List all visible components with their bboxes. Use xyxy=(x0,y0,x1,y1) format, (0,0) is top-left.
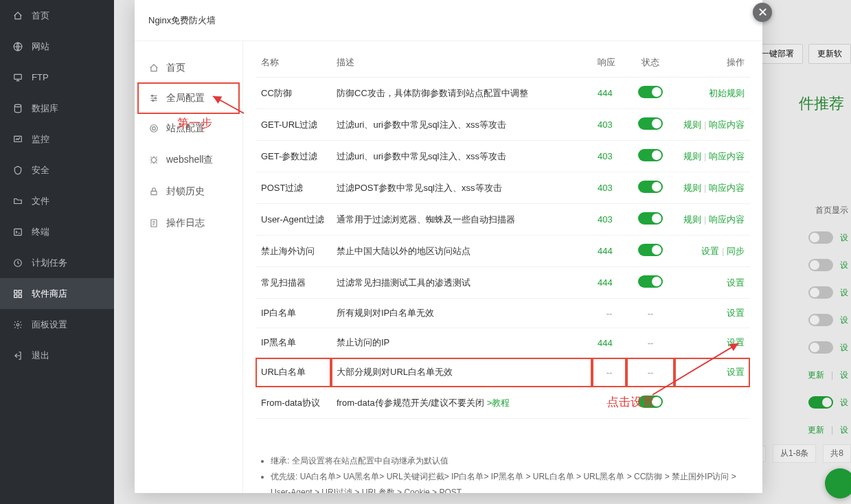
nav-label: 文件 xyxy=(32,195,49,207)
rule-ops[interactable]: 规则 | 响应内容 xyxy=(674,172,750,204)
nav-home[interactable]: 首页 xyxy=(0,0,114,31)
monitor-icon xyxy=(12,134,23,145)
nav-appstore[interactable]: 软件商店 xyxy=(0,278,114,309)
rule-ops[interactable]: 规则 | 响应内容 xyxy=(674,204,750,236)
nav-ftp[interactable]: FTP xyxy=(0,62,114,93)
rule-state xyxy=(626,172,674,204)
nav-terminal[interactable]: 终端 xyxy=(0,216,114,247)
note-inherit: 继承: 全局设置将在站点配置中自动继承为默认值 xyxy=(271,453,750,469)
rule-desc: 禁止访问的IP xyxy=(331,328,592,358)
rule-ops[interactable]: 设置 xyxy=(674,299,750,328)
mside-label: 站点配置 xyxy=(166,122,205,135)
rule-toggle[interactable] xyxy=(638,117,663,130)
rule-state xyxy=(626,236,674,267)
rule-ops[interactable] xyxy=(674,387,750,419)
rule-name: 禁止海外访问 xyxy=(256,236,331,267)
op-link[interactable]: 设置 xyxy=(727,337,745,347)
mside-webshell[interactable]: webshell查 xyxy=(135,144,242,176)
op-link[interactable]: 响应内容 xyxy=(709,151,745,161)
op-link[interactable]: 规则 xyxy=(683,183,701,193)
rule-toggle[interactable] xyxy=(638,181,663,193)
rule-row: 常见扫描器过滤常见扫描测试工具的渗透测试444设置 xyxy=(256,267,750,299)
rule-ops[interactable]: 设置 | 同步 xyxy=(674,236,750,267)
op-link[interactable]: 规则 xyxy=(683,214,701,225)
nav-label: 软件商店 xyxy=(32,288,67,300)
shield-icon xyxy=(12,165,23,176)
rule-name: CC防御 xyxy=(256,78,331,109)
op-link[interactable]: 规则 xyxy=(683,151,701,161)
database-icon xyxy=(12,103,23,114)
nav-files[interactable]: 文件 xyxy=(0,185,114,216)
rule-toggle[interactable] xyxy=(638,86,663,98)
target-icon xyxy=(148,123,159,134)
rule-row: IP黑名单禁止访问的IP444--设置 xyxy=(256,328,750,358)
nav-monitor[interactable]: 监控 xyxy=(0,124,114,154)
op-link[interactable]: 响应内容 xyxy=(709,214,745,225)
op-link[interactable]: 响应内容 xyxy=(709,183,745,193)
mside-label: 封锁历史 xyxy=(166,185,205,198)
rule-toggle[interactable] xyxy=(638,212,663,225)
rule-desc: 通常用于过滤浏览器、蜘蛛及一些自动扫描器 xyxy=(331,204,592,236)
rule-resp: -- xyxy=(592,358,626,387)
nav-logout[interactable]: 退出 xyxy=(0,340,114,371)
close-icon: ✕ xyxy=(758,5,768,20)
svg-rect-8 xyxy=(14,295,17,297)
rule-ops[interactable]: 设置 xyxy=(674,358,750,387)
mside-blocklog[interactable]: 封锁历史 xyxy=(135,176,242,207)
rule-toggle[interactable] xyxy=(638,275,663,288)
rule-name: From-data协议 xyxy=(256,387,331,419)
nav-site[interactable]: 网站 xyxy=(0,31,114,62)
th-state: 状态 xyxy=(626,48,674,78)
nav-database[interactable]: 数据库 xyxy=(0,93,114,124)
nav-settings[interactable]: 面板设置 xyxy=(0,309,114,340)
modal-sidebar: 首页 全局配置 站点配置 webshell查 封锁历史 操作日志 xyxy=(135,41,243,493)
nav-cron[interactable]: 计划任务 xyxy=(0,247,114,278)
modal-header: Nginx免费防火墙 xyxy=(135,0,762,41)
op-link[interactable]: 设置 xyxy=(727,367,745,377)
log-icon xyxy=(148,218,159,229)
rule-desc: 防御CC攻击，具体防御参数请到站点配置中调整 xyxy=(331,78,592,109)
nav-label: 面板设置 xyxy=(32,319,67,331)
th-ops: 操作 xyxy=(674,48,750,78)
rule-toggle[interactable] xyxy=(638,244,663,256)
rule-ops[interactable]: 设置 xyxy=(674,267,750,299)
rule-resp: 444 xyxy=(592,267,626,299)
rule-state xyxy=(626,204,674,236)
mside-label: 全局配置 xyxy=(166,92,205,104)
op-link[interactable]: 设置 xyxy=(727,308,745,318)
rule-row: CC防御防御CC攻击，具体防御参数请到站点配置中调整444初始规则 xyxy=(256,78,750,109)
home-icon xyxy=(148,62,159,73)
mside-site[interactable]: 站点配置 xyxy=(135,113,242,144)
rule-state: -- xyxy=(626,299,674,328)
rule-state xyxy=(626,78,674,109)
rule-toggle[interactable] xyxy=(638,149,663,161)
home-icon xyxy=(12,10,23,21)
nav-security[interactable]: 安全 xyxy=(0,154,114,185)
op-link[interactable]: 设置 xyxy=(727,277,745,288)
rule-resp: 403 xyxy=(592,204,626,236)
svg-rect-1 xyxy=(14,74,22,79)
rule-ops[interactable]: 设置 xyxy=(674,328,750,358)
op-link[interactable]: 响应内容 xyxy=(709,119,745,130)
mside-home[interactable]: 首页 xyxy=(135,52,242,84)
op-link[interactable]: 设置 xyxy=(701,246,719,256)
rule-name: IP黑名单 xyxy=(256,328,331,358)
mside-oplog[interactable]: 操作日志 xyxy=(135,207,242,239)
tutorial-link[interactable]: >教程 xyxy=(484,398,510,408)
op-link[interactable]: 初始规则 xyxy=(709,88,745,98)
close-button[interactable]: ✕ xyxy=(753,3,772,22)
lock-icon xyxy=(148,186,159,197)
rule-ops[interactable]: 规则 | 响应内容 xyxy=(674,141,750,172)
op-link[interactable]: 规则 xyxy=(683,119,701,130)
svg-point-14 xyxy=(150,125,158,133)
rule-toggle[interactable] xyxy=(638,396,663,408)
rule-ops[interactable]: 规则 | 响应内容 xyxy=(674,109,750,141)
rule-ops[interactable]: 初始规则 xyxy=(674,78,750,109)
mside-global[interactable]: 全局配置 xyxy=(137,82,240,114)
nav-label: 数据库 xyxy=(32,102,58,115)
rule-row: POST过滤过滤POST参数中常见sql注入、xss等攻击403规则 | 响应内… xyxy=(256,172,750,204)
op-link[interactable]: 同步 xyxy=(727,246,745,256)
rule-resp: -- xyxy=(592,387,626,419)
svg-rect-7 xyxy=(19,290,21,293)
svg-point-10 xyxy=(16,323,19,326)
